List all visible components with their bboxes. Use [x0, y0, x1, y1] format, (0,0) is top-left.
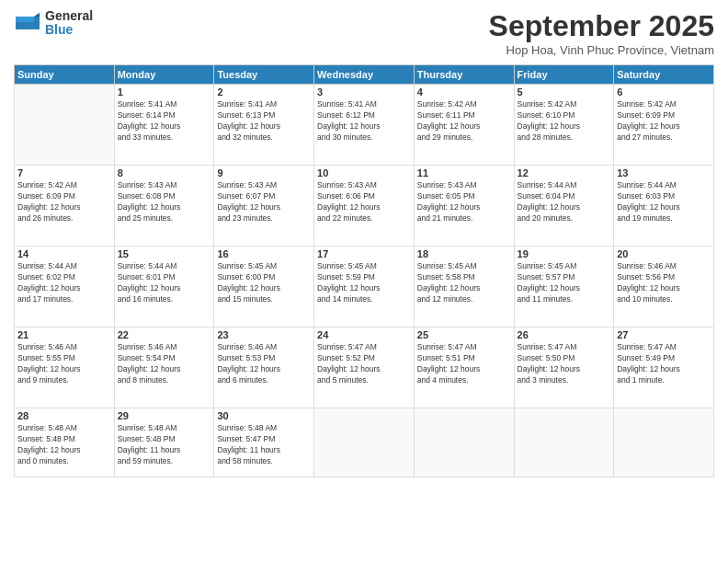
day-info: Sunrise: 5:47 AMSunset: 5:51 PMDaylight:…	[417, 342, 511, 386]
svg-rect-4	[16, 17, 34, 22]
day-number: 25	[417, 329, 511, 340]
day-number: 11	[417, 167, 511, 178]
day-number: 14	[17, 248, 111, 259]
day-number: 28	[17, 410, 111, 421]
table-row: 23Sunrise: 5:46 AMSunset: 5:53 PMDayligh…	[214, 327, 314, 408]
table-row: 8Sunrise: 5:43 AMSunset: 6:08 PMDaylight…	[114, 166, 214, 247]
day-number: 22	[118, 329, 211, 340]
day-number: 15	[118, 248, 211, 259]
day-info: Sunrise: 5:47 AMSunset: 5:50 PMDaylight:…	[518, 342, 611, 386]
day-number: 29	[118, 410, 211, 421]
header-wednesday: Wednesday	[314, 65, 415, 85]
day-number: 24	[317, 329, 411, 340]
table-row: 11Sunrise: 5:43 AMSunset: 6:05 PMDayligh…	[414, 166, 514, 247]
weekday-header-row: Sunday Monday Tuesday Wednesday Thursday…	[15, 65, 714, 85]
day-info: Sunrise: 5:44 AMSunset: 6:01 PMDaylight:…	[118, 261, 211, 305]
header-thursday: Thursday	[414, 65, 514, 85]
table-row: 13Sunrise: 5:44 AMSunset: 6:03 PMDayligh…	[614, 166, 714, 247]
logo-icon	[14, 9, 41, 37]
day-info: Sunrise: 5:42 AMSunset: 6:09 PMDaylight:…	[617, 99, 711, 144]
table-row: 17Sunrise: 5:45 AMSunset: 5:59 PMDayligh…	[314, 247, 415, 327]
day-number: 10	[317, 167, 411, 178]
day-info: Sunrise: 5:46 AMSunset: 5:53 PMDaylight:…	[217, 342, 311, 386]
day-info: Sunrise: 5:46 AMSunset: 5:56 PMDaylight:…	[617, 261, 711, 305]
table-row: 30Sunrise: 5:48 AMSunset: 5:47 PMDayligh…	[214, 408, 314, 477]
logo-text: General Blue	[45, 9, 93, 38]
day-info: Sunrise: 5:45 AMSunset: 5:57 PMDaylight:…	[518, 261, 611, 305]
day-info: Sunrise: 5:44 AMSunset: 6:03 PMDaylight:…	[617, 180, 711, 224]
header-saturday: Saturday	[614, 65, 714, 85]
day-info: Sunrise: 5:44 AMSunset: 6:04 PMDaylight:…	[518, 180, 611, 224]
table-row: 16Sunrise: 5:45 AMSunset: 6:00 PMDayligh…	[214, 247, 314, 327]
day-info: Sunrise: 5:45 AMSunset: 5:59 PMDaylight:…	[317, 261, 411, 305]
location: Hop Hoa, Vinh Phuc Province, Vietnam	[489, 43, 714, 57]
table-row: 27Sunrise: 5:47 AMSunset: 5:49 PMDayligh…	[614, 327, 714, 408]
day-info: Sunrise: 5:43 AMSunset: 6:07 PMDaylight:…	[217, 180, 311, 224]
logo-general-text: General	[45, 9, 93, 23]
day-number: 18	[417, 248, 511, 259]
day-number: 7	[17, 167, 111, 178]
table-row	[314, 408, 415, 477]
table-row: 14Sunrise: 5:44 AMSunset: 6:02 PMDayligh…	[15, 247, 115, 327]
day-number: 19	[518, 248, 611, 259]
table-row: 22Sunrise: 5:46 AMSunset: 5:54 PMDayligh…	[114, 327, 214, 408]
day-number: 8	[118, 167, 211, 178]
day-number: 5	[518, 86, 611, 98]
day-number: 12	[518, 167, 611, 178]
table-row	[15, 85, 115, 166]
day-number: 26	[518, 329, 611, 340]
table-row: 3Sunrise: 5:41 AMSunset: 6:12 PMDaylight…	[314, 85, 415, 166]
day-number: 21	[17, 329, 111, 340]
day-info: Sunrise: 5:41 AMSunset: 6:12 PMDaylight:…	[317, 99, 411, 144]
table-row: 15Sunrise: 5:44 AMSunset: 6:01 PMDayligh…	[114, 247, 214, 327]
table-row	[414, 408, 514, 477]
day-number: 16	[217, 248, 311, 259]
table-row: 10Sunrise: 5:43 AMSunset: 6:06 PMDayligh…	[314, 166, 415, 247]
table-row: 7Sunrise: 5:42 AMSunset: 6:09 PMDaylight…	[15, 166, 115, 247]
day-number: 6	[617, 86, 711, 98]
day-number: 23	[217, 329, 311, 340]
header-monday: Monday	[114, 65, 214, 85]
day-number: 1	[118, 86, 211, 98]
day-info: Sunrise: 5:42 AMSunset: 6:11 PMDaylight:…	[417, 99, 511, 144]
day-number: 2	[217, 86, 311, 98]
table-row: 9Sunrise: 5:43 AMSunset: 6:07 PMDaylight…	[214, 166, 314, 247]
table-row: 19Sunrise: 5:45 AMSunset: 5:57 PMDayligh…	[514, 247, 614, 327]
day-info: Sunrise: 5:43 AMSunset: 6:06 PMDaylight:…	[317, 180, 411, 224]
table-row: 21Sunrise: 5:46 AMSunset: 5:55 PMDayligh…	[15, 327, 115, 408]
table-row	[514, 408, 614, 477]
table-row: 24Sunrise: 5:47 AMSunset: 5:52 PMDayligh…	[314, 327, 415, 408]
header-friday: Friday	[514, 65, 614, 85]
day-number: 20	[617, 248, 711, 259]
day-number: 27	[617, 329, 711, 340]
day-info: Sunrise: 5:44 AMSunset: 6:02 PMDaylight:…	[17, 261, 111, 305]
table-row	[614, 408, 714, 477]
logo-blue-text: Blue	[45, 23, 93, 37]
table-row: 26Sunrise: 5:47 AMSunset: 5:50 PMDayligh…	[514, 327, 614, 408]
day-info: Sunrise: 5:45 AMSunset: 5:58 PMDaylight:…	[417, 261, 511, 305]
day-number: 30	[217, 410, 311, 421]
table-row: 2Sunrise: 5:41 AMSunset: 6:13 PMDaylight…	[214, 85, 314, 166]
header: General Blue September 2025 Hop Hoa, Vin…	[14, 9, 714, 57]
day-info: Sunrise: 5:47 AMSunset: 5:52 PMDaylight:…	[317, 342, 411, 386]
table-row: 29Sunrise: 5:48 AMSunset: 5:48 PMDayligh…	[114, 408, 214, 477]
day-info: Sunrise: 5:48 AMSunset: 5:47 PMDaylight:…	[217, 423, 311, 467]
table-row: 6Sunrise: 5:42 AMSunset: 6:09 PMDaylight…	[614, 85, 714, 166]
table-row: 1Sunrise: 5:41 AMSunset: 6:14 PMDaylight…	[114, 85, 214, 166]
table-row: 25Sunrise: 5:47 AMSunset: 5:51 PMDayligh…	[414, 327, 514, 408]
table-row: 20Sunrise: 5:46 AMSunset: 5:56 PMDayligh…	[614, 247, 714, 327]
day-number: 13	[617, 167, 711, 178]
table-row: 5Sunrise: 5:42 AMSunset: 6:10 PMDaylight…	[514, 85, 614, 166]
table-row: 12Sunrise: 5:44 AMSunset: 6:04 PMDayligh…	[514, 166, 614, 247]
day-info: Sunrise: 5:43 AMSunset: 6:05 PMDaylight:…	[417, 180, 511, 224]
day-info: Sunrise: 5:46 AMSunset: 5:54 PMDaylight:…	[118, 342, 211, 386]
calendar: Sunday Monday Tuesday Wednesday Thursday…	[14, 64, 714, 477]
day-info: Sunrise: 5:41 AMSunset: 6:14 PMDaylight:…	[118, 99, 211, 144]
day-number: 4	[417, 86, 511, 98]
day-info: Sunrise: 5:48 AMSunset: 5:48 PMDaylight:…	[118, 423, 211, 467]
day-number: 3	[317, 86, 411, 98]
day-info: Sunrise: 5:41 AMSunset: 6:13 PMDaylight:…	[217, 99, 311, 144]
table-row: 18Sunrise: 5:45 AMSunset: 5:58 PMDayligh…	[414, 247, 514, 327]
table-row: 4Sunrise: 5:42 AMSunset: 6:11 PMDaylight…	[414, 85, 514, 166]
day-info: Sunrise: 5:48 AMSunset: 5:48 PMDaylight:…	[17, 423, 111, 467]
